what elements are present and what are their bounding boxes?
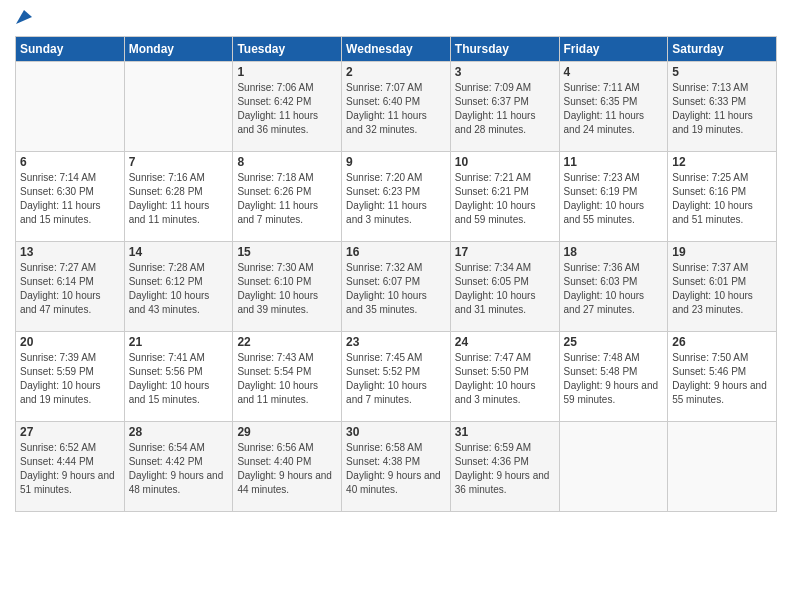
day-detail: Sunrise: 7:34 AMSunset: 6:05 PMDaylight:… (455, 261, 555, 317)
calendar-cell: 3Sunrise: 7:09 AMSunset: 6:37 PMDaylight… (450, 62, 559, 152)
day-number: 1 (237, 65, 337, 79)
day-detail: Sunrise: 7:21 AMSunset: 6:21 PMDaylight:… (455, 171, 555, 227)
day-detail: Sunrise: 7:11 AMSunset: 6:35 PMDaylight:… (564, 81, 664, 137)
calendar-cell: 8Sunrise: 7:18 AMSunset: 6:26 PMDaylight… (233, 152, 342, 242)
header-monday: Monday (124, 37, 233, 62)
day-number: 6 (20, 155, 120, 169)
calendar-table: SundayMondayTuesdayWednesdayThursdayFrid… (15, 36, 777, 512)
calendar-cell: 2Sunrise: 7:07 AMSunset: 6:40 PMDaylight… (342, 62, 451, 152)
day-number: 17 (455, 245, 555, 259)
header-wednesday: Wednesday (342, 37, 451, 62)
day-detail: Sunrise: 6:58 AMSunset: 4:38 PMDaylight:… (346, 441, 446, 497)
calendar-cell: 4Sunrise: 7:11 AMSunset: 6:35 PMDaylight… (559, 62, 668, 152)
day-detail: Sunrise: 6:59 AMSunset: 4:36 PMDaylight:… (455, 441, 555, 497)
calendar-cell: 24Sunrise: 7:47 AMSunset: 5:50 PMDayligh… (450, 332, 559, 422)
day-detail: Sunrise: 6:56 AMSunset: 4:40 PMDaylight:… (237, 441, 337, 497)
day-detail: Sunrise: 7:48 AMSunset: 5:48 PMDaylight:… (564, 351, 664, 407)
day-number: 14 (129, 245, 229, 259)
calendar-cell: 1Sunrise: 7:06 AMSunset: 6:42 PMDaylight… (233, 62, 342, 152)
header-saturday: Saturday (668, 37, 777, 62)
day-number: 20 (20, 335, 120, 349)
day-number: 22 (237, 335, 337, 349)
day-number: 3 (455, 65, 555, 79)
calendar-cell: 27Sunrise: 6:52 AMSunset: 4:44 PMDayligh… (16, 422, 125, 512)
calendar-cell: 13Sunrise: 7:27 AMSunset: 6:14 PMDayligh… (16, 242, 125, 332)
day-number: 11 (564, 155, 664, 169)
day-number: 4 (564, 65, 664, 79)
calendar-week-row: 27Sunrise: 6:52 AMSunset: 4:44 PMDayligh… (16, 422, 777, 512)
calendar-week-row: 13Sunrise: 7:27 AMSunset: 6:14 PMDayligh… (16, 242, 777, 332)
day-number: 13 (20, 245, 120, 259)
calendar-header-row: SundayMondayTuesdayWednesdayThursdayFrid… (16, 37, 777, 62)
day-number: 27 (20, 425, 120, 439)
day-detail: Sunrise: 7:20 AMSunset: 6:23 PMDaylight:… (346, 171, 446, 227)
calendar-cell: 25Sunrise: 7:48 AMSunset: 5:48 PMDayligh… (559, 332, 668, 422)
calendar-cell: 22Sunrise: 7:43 AMSunset: 5:54 PMDayligh… (233, 332, 342, 422)
day-detail: Sunrise: 7:27 AMSunset: 6:14 PMDaylight:… (20, 261, 120, 317)
day-detail: Sunrise: 7:30 AMSunset: 6:10 PMDaylight:… (237, 261, 337, 317)
day-detail: Sunrise: 6:54 AMSunset: 4:42 PMDaylight:… (129, 441, 229, 497)
day-number: 25 (564, 335, 664, 349)
calendar-cell (16, 62, 125, 152)
calendar-cell: 23Sunrise: 7:45 AMSunset: 5:52 PMDayligh… (342, 332, 451, 422)
calendar-cell: 17Sunrise: 7:34 AMSunset: 6:05 PMDayligh… (450, 242, 559, 332)
calendar-cell: 26Sunrise: 7:50 AMSunset: 5:46 PMDayligh… (668, 332, 777, 422)
calendar-week-row: 6Sunrise: 7:14 AMSunset: 6:30 PMDaylight… (16, 152, 777, 242)
day-number: 31 (455, 425, 555, 439)
header-thursday: Thursday (450, 37, 559, 62)
day-number: 30 (346, 425, 446, 439)
day-number: 26 (672, 335, 772, 349)
calendar-cell: 15Sunrise: 7:30 AMSunset: 6:10 PMDayligh… (233, 242, 342, 332)
page-header (15, 10, 777, 28)
day-number: 16 (346, 245, 446, 259)
calendar-cell: 28Sunrise: 6:54 AMSunset: 4:42 PMDayligh… (124, 422, 233, 512)
calendar-cell: 11Sunrise: 7:23 AMSunset: 6:19 PMDayligh… (559, 152, 668, 242)
day-detail: Sunrise: 7:32 AMSunset: 6:07 PMDaylight:… (346, 261, 446, 317)
day-detail: Sunrise: 7:13 AMSunset: 6:33 PMDaylight:… (672, 81, 772, 137)
calendar-cell: 20Sunrise: 7:39 AMSunset: 5:59 PMDayligh… (16, 332, 125, 422)
calendar-cell: 14Sunrise: 7:28 AMSunset: 6:12 PMDayligh… (124, 242, 233, 332)
day-detail: Sunrise: 7:16 AMSunset: 6:28 PMDaylight:… (129, 171, 229, 227)
calendar-cell: 19Sunrise: 7:37 AMSunset: 6:01 PMDayligh… (668, 242, 777, 332)
day-number: 23 (346, 335, 446, 349)
day-detail: Sunrise: 7:28 AMSunset: 6:12 PMDaylight:… (129, 261, 229, 317)
calendar-cell: 10Sunrise: 7:21 AMSunset: 6:21 PMDayligh… (450, 152, 559, 242)
day-detail: Sunrise: 7:23 AMSunset: 6:19 PMDaylight:… (564, 171, 664, 227)
calendar-cell (124, 62, 233, 152)
day-number: 29 (237, 425, 337, 439)
day-detail: Sunrise: 7:06 AMSunset: 6:42 PMDaylight:… (237, 81, 337, 137)
day-detail: Sunrise: 7:25 AMSunset: 6:16 PMDaylight:… (672, 171, 772, 227)
day-number: 5 (672, 65, 772, 79)
calendar-cell: 12Sunrise: 7:25 AMSunset: 6:16 PMDayligh… (668, 152, 777, 242)
day-number: 21 (129, 335, 229, 349)
calendar-cell: 9Sunrise: 7:20 AMSunset: 6:23 PMDaylight… (342, 152, 451, 242)
day-number: 2 (346, 65, 446, 79)
day-number: 15 (237, 245, 337, 259)
calendar-cell: 7Sunrise: 7:16 AMSunset: 6:28 PMDaylight… (124, 152, 233, 242)
day-number: 19 (672, 245, 772, 259)
day-number: 8 (237, 155, 337, 169)
day-detail: Sunrise: 7:36 AMSunset: 6:03 PMDaylight:… (564, 261, 664, 317)
day-detail: Sunrise: 7:41 AMSunset: 5:56 PMDaylight:… (129, 351, 229, 407)
logo (15, 10, 32, 28)
calendar-week-row: 1Sunrise: 7:06 AMSunset: 6:42 PMDaylight… (16, 62, 777, 152)
day-detail: Sunrise: 7:39 AMSunset: 5:59 PMDaylight:… (20, 351, 120, 407)
day-number: 18 (564, 245, 664, 259)
calendar-cell: 31Sunrise: 6:59 AMSunset: 4:36 PMDayligh… (450, 422, 559, 512)
calendar-cell: 16Sunrise: 7:32 AMSunset: 6:07 PMDayligh… (342, 242, 451, 332)
day-detail: Sunrise: 7:45 AMSunset: 5:52 PMDaylight:… (346, 351, 446, 407)
day-detail: Sunrise: 7:07 AMSunset: 6:40 PMDaylight:… (346, 81, 446, 137)
day-detail: Sunrise: 7:18 AMSunset: 6:26 PMDaylight:… (237, 171, 337, 227)
calendar-cell: 21Sunrise: 7:41 AMSunset: 5:56 PMDayligh… (124, 332, 233, 422)
day-number: 24 (455, 335, 555, 349)
calendar-cell: 6Sunrise: 7:14 AMSunset: 6:30 PMDaylight… (16, 152, 125, 242)
header-sunday: Sunday (16, 37, 125, 62)
day-detail: Sunrise: 7:09 AMSunset: 6:37 PMDaylight:… (455, 81, 555, 137)
calendar-cell (559, 422, 668, 512)
svg-marker-0 (16, 10, 32, 24)
day-number: 10 (455, 155, 555, 169)
header-tuesday: Tuesday (233, 37, 342, 62)
day-detail: Sunrise: 7:43 AMSunset: 5:54 PMDaylight:… (237, 351, 337, 407)
day-number: 28 (129, 425, 229, 439)
day-detail: Sunrise: 7:14 AMSunset: 6:30 PMDaylight:… (20, 171, 120, 227)
